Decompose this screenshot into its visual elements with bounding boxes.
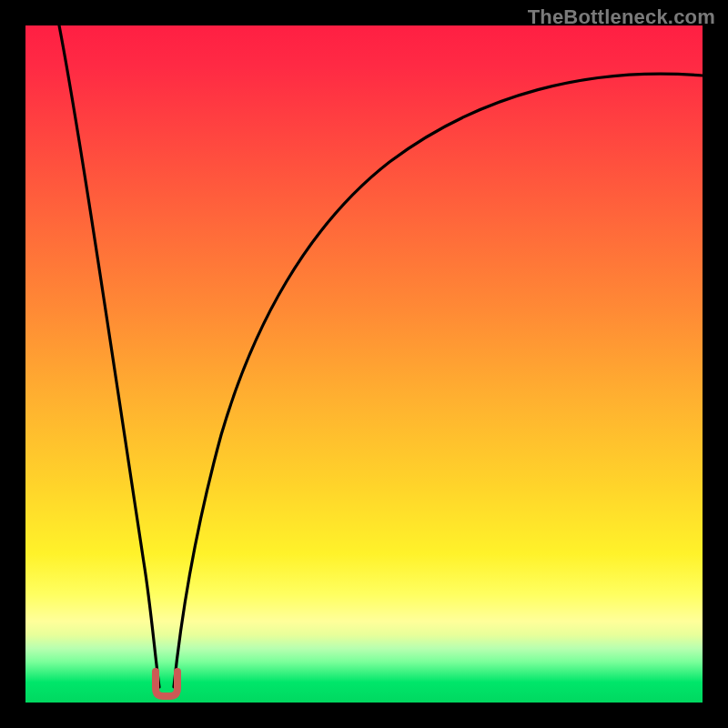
plot-area (25, 25, 703, 703)
chart-frame: TheBottleneck.com (0, 0, 728, 728)
minimum-marker-icon (156, 672, 177, 696)
watermark-text: TheBottleneck.com (528, 5, 715, 29)
curve-right-branch (174, 74, 703, 687)
curve-layer (25, 25, 703, 703)
curve-left-branch (59, 25, 159, 687)
